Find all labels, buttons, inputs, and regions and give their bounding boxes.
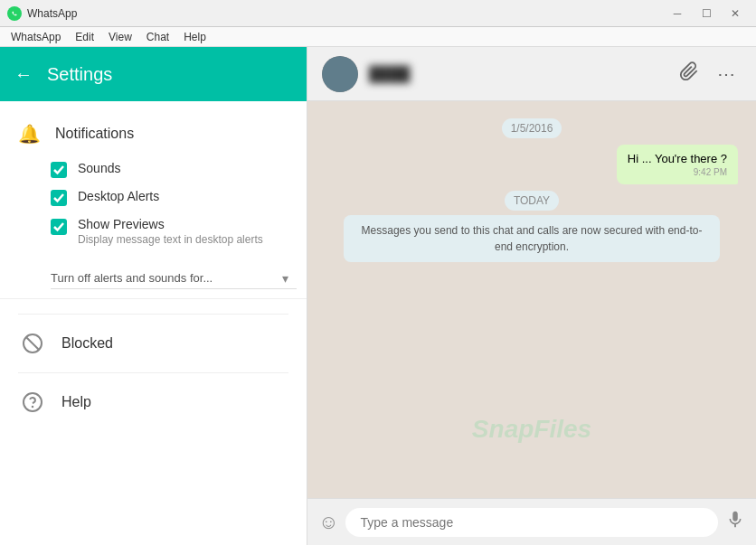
message-text: Hi ... You're there ? bbox=[628, 152, 727, 165]
close-button[interactable]: ✕ bbox=[722, 5, 749, 23]
titlebar: WhatsApp ─ ☐ ✕ bbox=[0, 0, 756, 27]
desktop-alerts-item[interactable]: Desktop Alerts bbox=[0, 183, 307, 211]
blocked-section[interactable]: Blocked bbox=[0, 315, 307, 372]
alerts-dropdown[interactable]: Turn off alerts and sounds for... bbox=[51, 268, 297, 289]
notifications-title: Notifications bbox=[55, 126, 134, 142]
maximize-button[interactable]: ☐ bbox=[693, 5, 720, 23]
today-badge: TODAY bbox=[326, 192, 738, 208]
message-time: 9:42 PM bbox=[628, 167, 727, 177]
menu-whatsapp[interactable]: WhatsApp bbox=[4, 29, 68, 45]
desktop-alerts-label: Desktop Alerts bbox=[78, 189, 159, 203]
chat-actions: ⋯ bbox=[674, 56, 742, 91]
mic-button[interactable] bbox=[725, 510, 745, 535]
notifications-section: 🔔 Notifications Sounds Desktop Alerts bbox=[0, 101, 307, 314]
menu-chat[interactable]: Chat bbox=[139, 29, 176, 45]
chat-messages: SnapFiles 1/5/2016 Hi ... You're there ?… bbox=[307, 101, 756, 498]
blocked-label: Blocked bbox=[61, 335, 113, 352]
menubar: WhatsApp Edit View Chat Help bbox=[0, 27, 756, 47]
help-label: Help bbox=[61, 394, 91, 410]
attachment-button[interactable] bbox=[674, 56, 704, 91]
messages-wrapper: SnapFiles 1/5/2016 Hi ... You're there ?… bbox=[307, 101, 756, 498]
settings-header: ← Settings bbox=[0, 47, 307, 101]
help-section[interactable]: Help bbox=[0, 373, 307, 431]
show-previews-text: Show Previews Display message text in de… bbox=[78, 217, 263, 246]
menu-view[interactable]: View bbox=[101, 29, 139, 45]
sounds-checkbox[interactable] bbox=[51, 162, 67, 178]
help-icon bbox=[18, 388, 47, 417]
menu-help[interactable]: Help bbox=[176, 29, 213, 45]
avatar-inner bbox=[322, 56, 358, 92]
sounds-label: Sounds bbox=[78, 161, 120, 175]
titlebar-controls: ─ ☐ ✕ bbox=[664, 5, 749, 23]
show-previews-checkbox[interactable] bbox=[51, 219, 67, 235]
chat-header: ████ ⋯ bbox=[307, 47, 756, 101]
back-button[interactable]: ← bbox=[14, 64, 33, 85]
emoji-button[interactable]: ☺ bbox=[318, 511, 338, 534]
date-badge: 1/5/2016 bbox=[326, 119, 738, 136]
bell-icon: 🔔 bbox=[18, 123, 41, 145]
sounds-item[interactable]: Sounds bbox=[0, 155, 307, 183]
desktop-alerts-checkbox[interactable] bbox=[51, 190, 67, 206]
chat-area: ████ ⋯ bbox=[307, 47, 756, 545]
notifications-header: 🔔 Notifications bbox=[0, 116, 307, 155]
show-previews-item[interactable]: Show Previews Display message text in de… bbox=[0, 211, 307, 251]
blocked-icon bbox=[18, 329, 47, 358]
more-options-button[interactable]: ⋯ bbox=[712, 58, 742, 90]
show-previews-label: Show Previews bbox=[78, 217, 263, 231]
chat-input-area: ☺ bbox=[307, 498, 756, 545]
dropdown-row: Turn off alerts and sounds for... ▾ bbox=[0, 258, 307, 299]
settings-title: Settings bbox=[47, 64, 112, 85]
main-layout: ← Settings 🔔 Notifications Sounds bbox=[0, 47, 756, 545]
titlebar-title: WhatsApp bbox=[27, 7, 77, 20]
app-icon bbox=[7, 6, 22, 21]
settings-panel: ← Settings 🔔 Notifications Sounds bbox=[0, 47, 307, 545]
message-input[interactable] bbox=[345, 508, 718, 537]
info-message: Messages you send to this chat and calls… bbox=[344, 215, 720, 262]
svg-line-1 bbox=[26, 337, 39, 350]
watermark: SnapFiles bbox=[472, 415, 591, 444]
sent-bubble: Hi ... You're there ? 9:42 PM bbox=[617, 145, 738, 184]
menu-edit[interactable]: Edit bbox=[68, 29, 101, 45]
show-previews-sublabel: Display message text in desktop alerts bbox=[78, 233, 263, 246]
titlebar-left: WhatsApp bbox=[7, 6, 77, 21]
minimize-button[interactable]: ─ bbox=[664, 5, 691, 23]
avatar bbox=[322, 56, 358, 92]
chat-user: ████ bbox=[322, 56, 410, 92]
settings-content: 🔔 Notifications Sounds Desktop Alerts bbox=[0, 101, 307, 545]
chat-username: ████ bbox=[369, 66, 410, 82]
message-sent: Hi ... You're there ? 9:42 PM bbox=[326, 145, 738, 184]
